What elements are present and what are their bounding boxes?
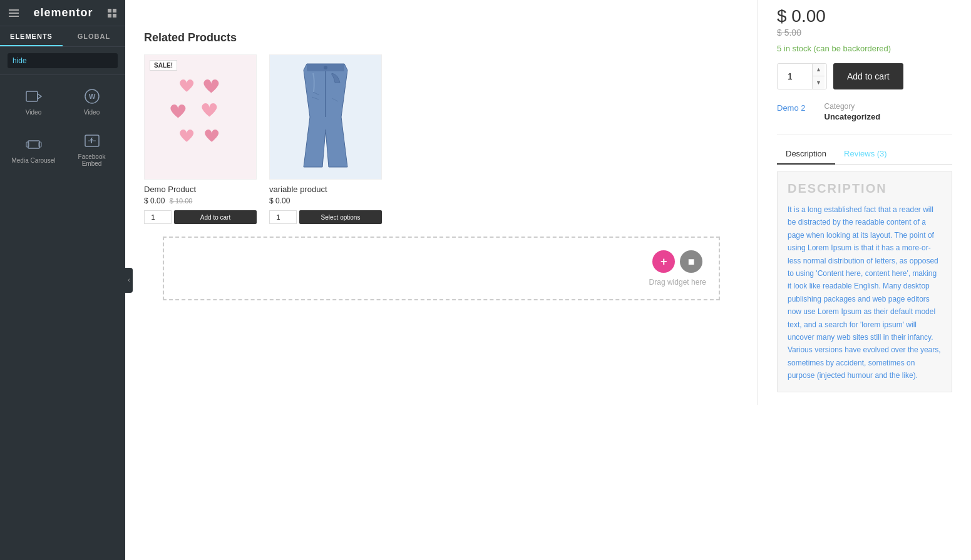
svg-rect-4	[28, 141, 39, 148]
description-heading: DESCRIPTION	[788, 181, 942, 196]
variable-add-to-cart-button[interactable]: Select options	[299, 210, 382, 224]
product-category-meta: Category Uncategorized	[825, 102, 881, 121]
sale-badge: SALE!	[150, 60, 177, 71]
quantity-spinners: ▲ ▼	[812, 63, 825, 89]
variable-product-qty[interactable]	[269, 210, 297, 224]
quantity-input[interactable]	[778, 66, 812, 86]
product-meta: Demo 2 Category Uncategorized	[777, 102, 952, 121]
widget-facebook-embed-label: Facebook Embed	[68, 153, 115, 167]
widget-video-1[interactable]: Video	[5, 80, 62, 123]
product-divider	[777, 134, 952, 135]
product-tag-link[interactable]: Demo 2	[777, 103, 806, 113]
hearts-image	[145, 55, 256, 179]
sidebar: elementor ELEMENTS GLOBAL Video	[0, 0, 125, 560]
widget-facebook-embed[interactable]: f Facebook Embed	[63, 125, 120, 175]
sidebar-tabs: ELEMENTS GLOBAL	[0, 26, 125, 47]
widget-media-carousel[interactable]: Media Carousel	[5, 125, 62, 175]
stock-info: 5 in stock (can be backordered)	[777, 44, 952, 53]
product-area: Related Products SALE!	[125, 0, 971, 405]
svg-marker-1	[38, 94, 41, 99]
demo-product-price: $ 0.00 $ 10.00	[144, 196, 257, 205]
product-price-original: $ 5.00	[777, 28, 952, 38]
tab-description[interactable]: Description	[777, 144, 835, 165]
main-content: Related Products SALE!	[125, 0, 971, 560]
product-card-variable-image	[269, 54, 382, 180]
demo-add-to-cart-button[interactable]: Add to cart	[174, 210, 257, 224]
product-card-demo-image: SALE!	[144, 54, 257, 180]
drag-label: Drag widget here	[649, 278, 706, 287]
drag-btn-row: + ■	[652, 250, 702, 273]
product-tag-meta: Demo 2	[777, 102, 806, 113]
widget-video-2-label: Video	[84, 109, 100, 116]
svg-text:f: f	[90, 136, 93, 145]
category-label: Category	[825, 102, 881, 111]
search-bar	[0, 47, 125, 75]
variable-product-actions: Select options	[269, 210, 382, 224]
quantity-down-button[interactable]: ▼	[813, 76, 825, 89]
hamburger-menu-icon[interactable]	[9, 9, 19, 17]
description-box: DESCRIPTION It is a long established fac…	[777, 171, 952, 392]
add-widget-button[interactable]: +	[652, 250, 675, 273]
media-carousel-icon	[25, 136, 43, 153]
description-text: It is a long established fact that a rea…	[788, 203, 942, 382]
widget-grid: Video W Video Media Carousel	[0, 75, 125, 180]
tab-global[interactable]: GLOBAL	[63, 26, 125, 46]
product-card-variable: variable product $ 0.00 Select options	[269, 54, 382, 224]
demo-product-qty[interactable]	[144, 210, 172, 224]
demo-product-actions: Add to cart	[144, 210, 257, 224]
sidebar-header: elementor	[0, 0, 125, 26]
related-products-heading: Related Products	[144, 31, 739, 44]
product-right: $ 0.00 $ 5.00 5 in stock (can be backord…	[758, 0, 971, 405]
svg-text:W: W	[89, 93, 96, 100]
grid-icon[interactable]	[108, 9, 116, 18]
category-value: Uncategorized	[825, 112, 881, 121]
tab-reviews[interactable]: Reviews (3)	[835, 144, 896, 165]
quantity-input-wrapper: ▲ ▼	[777, 63, 827, 89]
svg-rect-0	[26, 91, 38, 101]
tab-elements[interactable]: ELEMENTS	[0, 26, 63, 46]
brand-logo: elementor	[33, 6, 93, 19]
add-to-cart-button[interactable]: Add to cart	[833, 63, 903, 89]
svg-point-11	[324, 66, 327, 69]
widget-video-2[interactable]: W Video	[63, 80, 120, 123]
facebook-embed-icon: f	[83, 132, 101, 150]
quantity-up-button[interactable]: ▲	[813, 63, 825, 76]
product-card-demo: SALE!	[144, 54, 257, 224]
search-input[interactable]	[8, 53, 118, 68]
product-left: Related Products SALE!	[125, 0, 758, 405]
product-price-current: $ 0.00	[777, 6, 952, 26]
add-to-cart-row: ▲ ▼ Add to cart	[777, 63, 952, 89]
variable-product-price: $ 0.00	[269, 196, 382, 205]
drag-handle-button[interactable]: ■	[680, 250, 702, 273]
widget-video-1-label: Video	[26, 109, 41, 116]
video-icon	[25, 88, 43, 105]
demo-product-name: Demo Product	[144, 185, 257, 194]
sidebar-collapse-handle[interactable]: ‹	[125, 268, 133, 293]
description-tabs: Description Reviews (3)	[777, 144, 952, 165]
variable-product-name: variable product	[269, 185, 382, 194]
widget-media-carousel-label: Media Carousel	[11, 157, 55, 164]
wp-video-icon: W	[83, 88, 101, 105]
drag-widget-area: + ■ Drag widget here	[163, 237, 720, 300]
products-grid: SALE!	[144, 54, 739, 224]
jeans-image	[270, 55, 381, 179]
drag-controls: + ■ Drag widget here	[649, 250, 706, 287]
